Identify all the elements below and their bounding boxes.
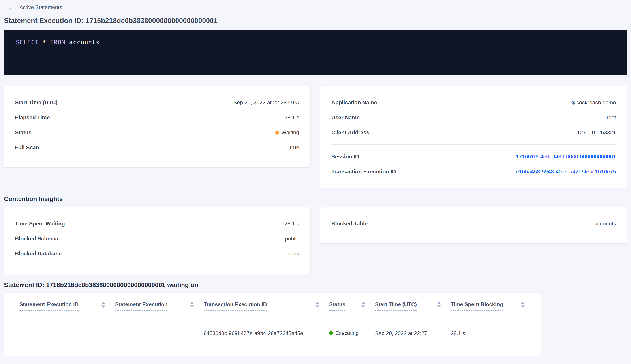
blocked-table-card: Blocked Table accounts bbox=[320, 207, 627, 243]
page: Active Statements Statement Execution ID… bbox=[0, 0, 631, 364]
executing-status-dot-icon bbox=[329, 331, 333, 335]
info-row-full-scan: Full Scan true bbox=[15, 140, 299, 155]
info-row-elapsed-time: Elapsed Time 28.1 s bbox=[15, 110, 299, 125]
sql-table-name: accounts bbox=[65, 39, 100, 46]
info-row-blocked-database: Blocked Database bank bbox=[15, 246, 299, 261]
sort-arrows-icon[interactable] bbox=[190, 302, 194, 308]
page-title: Statement Execution ID: 1716b218dc0b3838… bbox=[4, 17, 627, 25]
arrow-left-icon[interactable] bbox=[8, 4, 14, 10]
cell-status-value: Executing bbox=[335, 330, 358, 336]
contention-insights-heading: Contention Insights bbox=[4, 196, 627, 202]
column-header-time-spent-blocking[interactable]: Time Spent Blocking bbox=[451, 301, 534, 318]
status-badge: Waiting bbox=[275, 130, 299, 136]
info-row-blocked-table: Blocked Table accounts bbox=[332, 216, 616, 231]
column-header-transaction-execution-id[interactable]: Transaction Execution ID bbox=[204, 301, 329, 318]
blocked-schema-label: Blocked Schema bbox=[15, 236, 58, 242]
sql-keyword-from: FROM bbox=[50, 39, 65, 46]
card-divider bbox=[332, 144, 616, 145]
time-spent-waiting-label: Time Spent Waiting bbox=[15, 220, 65, 227]
full-scan-label: Full Scan bbox=[15, 144, 39, 151]
sort-arrows-icon[interactable] bbox=[362, 302, 365, 308]
info-row-blocked-schema: Blocked Schema public bbox=[15, 231, 299, 246]
session-details-card: Application Name $ cockroach demo User N… bbox=[320, 86, 627, 188]
waiting-statements-table-card: Statement Execution ID Statement Executi… bbox=[4, 293, 540, 356]
info-row-transaction-execution-id: Transaction Execution ID e1bba458-5948-4… bbox=[332, 164, 616, 179]
transaction-execution-id-label: Transaction Execution ID bbox=[332, 168, 396, 175]
overview-cards-row: Start Time (UTC) Sep 20, 2022 at 22:28 U… bbox=[4, 86, 627, 188]
cell-time-spent-blocking: 28.1 s bbox=[451, 330, 534, 336]
column-header-status[interactable]: Status bbox=[329, 301, 375, 318]
table-row: 64530d0c-969f-437e-a9b4-26a72245e45e Exe… bbox=[10, 318, 534, 349]
client-address-value: 127.0.0.1:63321 bbox=[577, 130, 616, 136]
client-address-label: Client Address bbox=[332, 130, 369, 136]
breadcrumb[interactable]: Active Statements bbox=[8, 3, 62, 12]
session-id-link[interactable]: 1716b1f6-4e0c-f480-0000-000000000001 bbox=[516, 154, 616, 160]
blocked-table-value: accounts bbox=[594, 220, 616, 227]
sql-star: * bbox=[39, 39, 50, 46]
sort-arrows-icon[interactable] bbox=[437, 302, 441, 308]
info-row-session-id: Session ID 1716b1f6-4e0c-f480-0000-00000… bbox=[332, 149, 616, 164]
waiting-status-dot-icon bbox=[275, 130, 279, 134]
info-row-user-name: User Name root bbox=[332, 110, 616, 125]
session-id-label: Session ID bbox=[332, 154, 359, 160]
user-name-label: User Name bbox=[332, 114, 360, 121]
user-name-value: root bbox=[607, 114, 616, 121]
sql-keyword-select: SELECT bbox=[16, 39, 39, 46]
start-time-value: Sep 20, 2022 at 22:28 UTC bbox=[234, 100, 299, 106]
column-header-label[interactable]: Time Spent Blocking bbox=[451, 301, 503, 310]
blocked-schema-value: public bbox=[285, 236, 299, 242]
blocked-database-label: Blocked Database bbox=[15, 250, 62, 257]
execution-details-card: Start Time (UTC) Sep 20, 2022 at 22:28 U… bbox=[4, 86, 310, 168]
start-time-label: Start Time (UTC) bbox=[15, 100, 58, 106]
breadcrumb-label[interactable]: Active Statements bbox=[20, 4, 62, 10]
info-row-time-spent-waiting: Time Spent Waiting 28.1 s bbox=[15, 216, 299, 231]
status-value: Waiting bbox=[281, 130, 299, 136]
sort-arrows-icon[interactable] bbox=[521, 302, 525, 308]
column-header-statement-execution-id[interactable]: Statement Execution ID bbox=[20, 301, 115, 318]
application-name-label: Application Name bbox=[332, 100, 377, 106]
column-header-label[interactable]: Status bbox=[329, 301, 345, 310]
sort-arrows-icon[interactable] bbox=[102, 302, 106, 308]
time-spent-waiting-value: 28.1 s bbox=[284, 220, 299, 227]
column-header-label[interactable]: Statement Execution ID bbox=[20, 301, 78, 310]
column-header-start-time[interactable]: Start Time (UTC) bbox=[375, 301, 451, 318]
elapsed-time-label: Elapsed Time bbox=[15, 114, 50, 121]
elapsed-time-value: 28.1 s bbox=[284, 114, 299, 121]
waiting-on-heading: Statement ID: 1716b218dc0b38380000000000… bbox=[4, 282, 627, 288]
column-header-statement-execution[interactable]: Statement Execution bbox=[115, 301, 204, 318]
info-row-start-time: Start Time (UTC) Sep 20, 2022 at 22:28 U… bbox=[15, 95, 299, 110]
blocked-table-label: Blocked Table bbox=[332, 220, 368, 227]
contention-details-card: Time Spent Waiting 28.1 s Blocked Schema… bbox=[4, 207, 310, 274]
application-name-value: $ cockroach demo bbox=[572, 100, 616, 106]
column-header-label[interactable]: Start Time (UTC) bbox=[375, 301, 417, 310]
blocked-database-value: bank bbox=[288, 250, 299, 257]
contention-cards-row: Time Spent Waiting 28.1 s Blocked Schema… bbox=[4, 207, 627, 274]
status-label: Status bbox=[15, 130, 32, 136]
cell-transaction-execution-id: 64530d0c-969f-437e-a9b4-26a72245e45e bbox=[204, 330, 329, 336]
transaction-execution-id-link[interactable]: e1bba458-5948-40a9-a42f-5feac1b10e75 bbox=[516, 168, 616, 175]
sql-statement-box: SELECT * FROM accounts bbox=[4, 30, 627, 75]
full-scan-value: true bbox=[290, 144, 299, 151]
table-header-row: Statement Execution ID Statement Executi… bbox=[10, 293, 534, 318]
sort-arrows-icon[interactable] bbox=[316, 302, 320, 308]
column-header-label[interactable]: Statement Execution bbox=[115, 301, 168, 310]
cell-status: Executing bbox=[329, 330, 375, 336]
cell-start-time: Sep 20, 2022 at 22:27 bbox=[375, 330, 451, 336]
info-row-status: Status Waiting bbox=[15, 125, 299, 140]
column-header-label[interactable]: Transaction Execution ID bbox=[204, 301, 267, 310]
info-row-application-name: Application Name $ cockroach demo bbox=[332, 95, 616, 110]
info-row-client-address: Client Address 127.0.0.1:63321 bbox=[332, 125, 616, 140]
